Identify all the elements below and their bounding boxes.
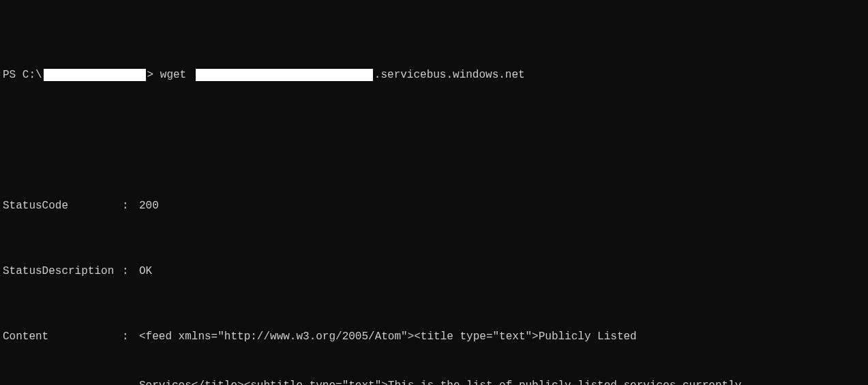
command-suffix: .servicebus.windows.net <box>374 67 525 83</box>
status-code-row: StatusCode : 200 <box>3 198 865 214</box>
command-prompt-line[interactable]: PS C:\ > wget .servicebus.windows.net <box>3 67 865 83</box>
colon: : <box>122 198 139 214</box>
content-row: Content : <feed xmlns="http://www.w3.org… <box>3 328 865 345</box>
status-description-row: StatusDescription : OK <box>3 263 865 279</box>
colon: : <box>122 263 139 279</box>
content-value-line1: <feed xmlns="http://www.w3.org/2005/Atom… <box>139 328 862 345</box>
content-value-line2: Services</title><subtitle type="text">Th… <box>3 378 862 385</box>
prompt-prefix: PS C:\ <box>3 67 42 83</box>
status-description-value: OK <box>139 263 862 279</box>
redacted-path <box>44 69 146 81</box>
status-description-label: StatusDescription <box>3 263 122 279</box>
redacted-hostname <box>196 69 373 81</box>
status-code-value: 200 <box>139 198 862 214</box>
command-text: wget <box>160 67 193 83</box>
status-code-label: StatusCode <box>3 198 122 214</box>
prompt-separator: > <box>147 67 160 83</box>
content-label: Content <box>3 328 122 345</box>
colon: : <box>122 328 139 345</box>
output-block: StatusCode : 200 StatusDescription : OK … <box>3 149 865 385</box>
